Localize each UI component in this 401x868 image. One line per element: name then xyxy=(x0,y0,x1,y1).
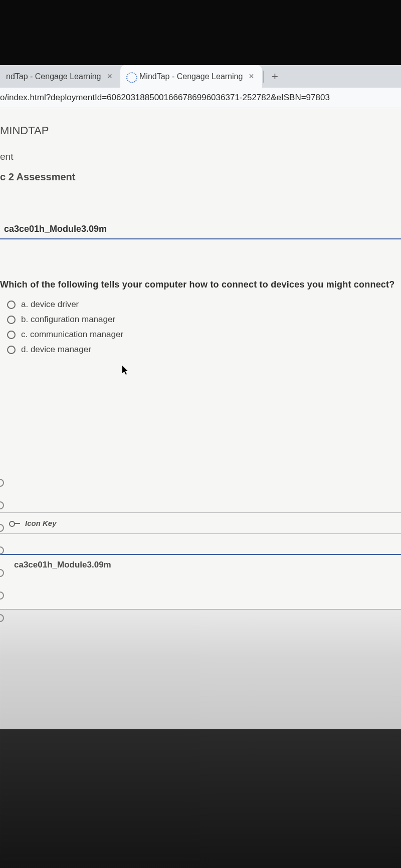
nav-radio[interactable] xyxy=(0,614,4,622)
radio-icon[interactable] xyxy=(7,316,16,324)
key-icon xyxy=(9,520,20,526)
radio-icon[interactable] xyxy=(7,346,16,354)
tab-strip: ndTap - Cengage Learning × MindTap - Cen… xyxy=(0,65,401,88)
tab-title: MindTap - Cengage Learning xyxy=(139,72,243,81)
radio-icon[interactable] xyxy=(7,301,16,309)
address-bar[interactable]: o/index.html?deploymentId=60620318850016… xyxy=(0,88,401,108)
url-text: o/index.html?deploymentId=60620318850016… xyxy=(0,93,330,102)
question-text: Which of the following tells your comput… xyxy=(0,279,401,297)
new-tab-button[interactable]: + xyxy=(265,70,285,83)
option-d[interactable]: d. device manager xyxy=(7,342,401,357)
option-label: c. communication manager xyxy=(21,330,123,340)
close-icon[interactable]: × xyxy=(105,71,114,82)
option-a[interactable]: a. device driver xyxy=(7,297,401,312)
close-icon[interactable]: × xyxy=(247,71,256,82)
breadcrumb: ent xyxy=(0,151,401,171)
icon-key-label: Icon Key xyxy=(25,519,57,527)
option-c[interactable]: c. communication manager xyxy=(7,327,401,342)
question-id-footer: ca3ce01h_Module3.09m xyxy=(0,554,401,574)
loading-spinner-icon xyxy=(126,72,135,81)
nav-radio[interactable] xyxy=(0,569,4,577)
nav-radio[interactable] xyxy=(0,592,4,600)
desk-surface xyxy=(0,609,401,729)
app-title: MINDTAP xyxy=(0,108,401,151)
tab-inactive[interactable]: ndTap - Cengage Learning × xyxy=(0,65,120,88)
photo-border-top xyxy=(0,0,401,65)
tab-active[interactable]: MindTap - Cengage Learning × xyxy=(120,65,262,88)
nav-radio[interactable] xyxy=(0,479,4,487)
nav-radio[interactable] xyxy=(0,546,4,554)
option-label: a. device driver xyxy=(21,300,79,310)
tab-divider xyxy=(263,71,264,83)
question-id-header: ca3ce01h_Module3.09m xyxy=(0,218,401,239)
options-group: a. device driver b. configuration manage… xyxy=(0,297,401,357)
nav-radio[interactable] xyxy=(0,501,4,509)
option-b[interactable]: b. configuration manager xyxy=(7,312,401,327)
nav-radio[interactable] xyxy=(0,524,4,532)
assessment-heading: c 2 Assessment xyxy=(0,171,401,218)
photo-border-bottom xyxy=(0,729,401,868)
tab-title: ndTap - Cengage Learning xyxy=(6,72,101,81)
option-label: d. device manager xyxy=(21,345,91,355)
option-label: b. configuration manager xyxy=(21,315,115,325)
icon-key-row[interactable]: Icon Key xyxy=(0,512,401,534)
question-nav-radios xyxy=(0,479,4,622)
radio-icon[interactable] xyxy=(7,331,16,339)
